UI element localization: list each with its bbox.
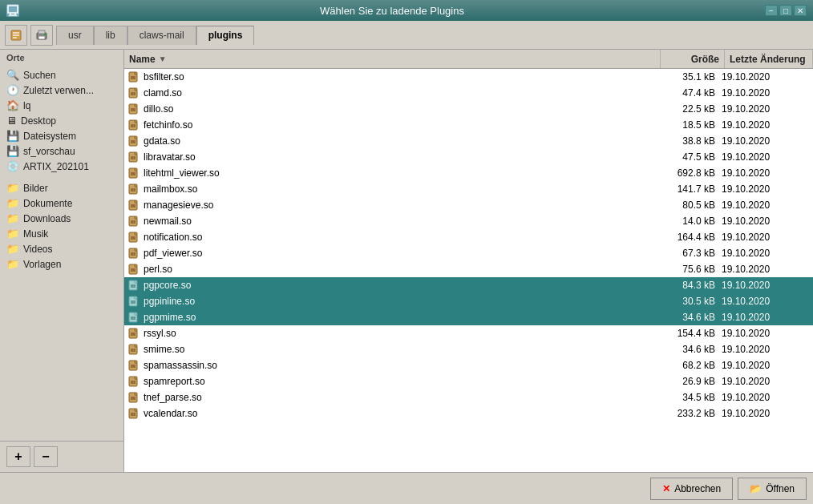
sidebar-item-downloads[interactable]: 📁 Downloads [0, 211, 123, 226]
drive-icon: 💾 [6, 130, 19, 142]
sidebar-bookmarks: 📁 Bilder 📁 Dokumente 📁 Downloads 📁 Musik… [0, 177, 123, 275]
table-row[interactable]: smime.so34.6 kB19.10.2020 [124, 341, 813, 357]
sidebar-item-label-zuletzt: Zuletzt verwen... [23, 85, 94, 96]
sidebar-item-musik[interactable]: 📁 Musik [0, 226, 123, 241]
file-list-header: Name ▼ Größe Letzte Änderung [124, 50, 813, 69]
file-date: 19.10.2020 [722, 248, 810, 259]
sidebar-item-videos[interactable]: 📁 Videos [0, 241, 123, 256]
file-size: 14.0 kB [657, 216, 722, 227]
file-name: gdata.so [144, 135, 657, 147]
file-list[interactable]: bsfilter.so35.1 kB19.10.2020 clamd.so47.… [124, 69, 813, 472]
sidebar-item-vorlagen[interactable]: 📁 Vorlagen [0, 256, 123, 272]
file-size: 80.5 kB [657, 200, 722, 211]
table-row[interactable]: spamreport.so26.9 kB19.10.2020 [124, 373, 813, 389]
sidebar-item-artix[interactable]: 💿 ARTIX_202101 [0, 159, 123, 174]
sidebar-item-label-artix: ARTIX_202101 [23, 161, 89, 172]
file-size: 34.5 kB [657, 392, 722, 403]
tab-claws-mail[interactable]: claws-mail [127, 26, 196, 45]
file-date: 19.10.2020 [722, 103, 810, 115]
table-row[interactable]: rssyl.so154.4 kB19.10.2020 [124, 325, 813, 341]
sidebar-item-dateisystem[interactable]: 💾 Dateisystem [0, 128, 123, 143]
folder-icon-dokumente: 📁 [6, 197, 19, 209]
file-icon [127, 151, 140, 163]
sidebar-item-lq[interactable]: 🏠 lq [0, 98, 123, 113]
table-row[interactable]: pgpcore.so84.3 kB19.10.2020 [124, 277, 813, 293]
file-icon [127, 247, 140, 260]
sidebar-item-label-sf-vorschau: sf_vorschau [23, 146, 75, 157]
table-row[interactable]: libravatar.so47.5 kB19.10.2020 [124, 149, 813, 165]
file-date: 19.10.2020 [722, 344, 810, 355]
sidebar: Orte 🔍 Suchen 🕐 Zuletzt verwen... 🏠 lq 🖥… [0, 50, 124, 472]
sidebar-item-label-vorlagen: Vorlagen [23, 259, 61, 270]
table-row[interactable]: fetchinfo.so18.5 kB19.10.2020 [124, 117, 813, 133]
print-icon-button[interactable] [30, 25, 53, 46]
file-date: 19.10.2020 [722, 216, 810, 227]
edit-icon-button[interactable] [5, 25, 27, 46]
file-name: dillo.so [144, 103, 657, 115]
file-size: 84.3 kB [657, 280, 722, 291]
minimize-button[interactable]: − [765, 5, 778, 16]
table-row[interactable]: dillo.so22.5 kB19.10.2020 [124, 101, 813, 117]
tab-usr[interactable]: usr [56, 26, 94, 45]
add-bookmark-button[interactable]: + [6, 446, 30, 467]
col-header-size[interactable]: Größe [661, 50, 725, 68]
col-size-label: Größe [691, 54, 719, 65]
main-area: Orte 🔍 Suchen 🕐 Zuletzt verwen... 🏠 lq 🖥… [0, 50, 813, 472]
tab-lib[interactable]: lib [94, 26, 127, 45]
col-header-name[interactable]: Name ▼ [124, 50, 661, 68]
file-size: 68.2 kB [657, 360, 722, 371]
open-button[interactable]: 📂 Öffnen [738, 478, 807, 500]
sidebar-item-desktop[interactable]: 🖥 Desktop [0, 113, 123, 128]
sidebar-item-dokumente[interactable]: 📁 Dokumente [0, 196, 123, 211]
sidebar-item-label-bilder: Bilder [23, 183, 48, 194]
table-row[interactable]: tnef_parse.so34.5 kB19.10.2020 [124, 389, 813, 405]
sidebar-section-orte: Orte [0, 50, 123, 64]
window-title: Wählen Sie zu ladende Plugins [19, 5, 765, 17]
table-row[interactable]: perl.so75.6 kB19.10.2020 [124, 261, 813, 277]
file-size: 164.4 kB [657, 232, 722, 243]
titlebar: Wählen Sie zu ladende Plugins − □ ✕ [0, 0, 813, 21]
file-name: clamd.so [144, 87, 657, 99]
sidebar-item-suchen[interactable]: 🔍 Suchen [0, 67, 123, 83]
table-row[interactable]: mailmbox.so141.7 kB19.10.2020 [124, 181, 813, 197]
col-header-date[interactable]: Letzte Änderung [725, 50, 813, 68]
table-row[interactable]: bsfilter.so35.1 kB19.10.2020 [124, 69, 813, 85]
file-date: 19.10.2020 [722, 360, 810, 371]
file-date: 19.10.2020 [722, 312, 810, 323]
table-row[interactable]: newmail.so14.0 kB19.10.2020 [124, 213, 813, 229]
table-row[interactable]: gdata.so38.8 kB19.10.2020 [124, 133, 813, 149]
search-icon: 🔍 [6, 69, 19, 81]
window-controls[interactable]: − □ ✕ [765, 5, 807, 16]
file-date: 19.10.2020 [722, 408, 810, 419]
tab-plugins[interactable]: plugins [196, 26, 255, 45]
table-row[interactable]: litehtml_viewer.so692.8 kB19.10.2020 [124, 165, 813, 181]
table-row[interactable]: pdf_viewer.so67.3 kB19.10.2020 [124, 245, 813, 261]
table-row[interactable]: notification.so164.4 kB19.10.2020 [124, 229, 813, 245]
folder-icon-musik: 📁 [6, 228, 19, 240]
svg-rect-0 [8, 6, 18, 13]
table-row[interactable]: spamassassin.so68.2 kB19.10.2020 [124, 357, 813, 373]
sidebar-item-zuletzt[interactable]: 🕐 Zuletzt verwen... [0, 83, 123, 98]
sidebar-item-label-downloads: Downloads [23, 213, 71, 224]
close-button[interactable]: ✕ [794, 5, 807, 16]
file-size: 38.8 kB [657, 135, 722, 147]
table-row[interactable]: clamd.so47.4 kB19.10.2020 [124, 85, 813, 101]
desktop-icon: 🖥 [6, 115, 17, 127]
file-name: pgpcore.so [144, 280, 657, 291]
file-name: perl.so [144, 264, 657, 275]
sidebar-item-label-desktop: Desktop [21, 115, 56, 127]
table-row[interactable]: managesieve.so80.5 kB19.10.2020 [124, 197, 813, 213]
table-row[interactable]: pgpmime.so34.6 kB19.10.2020 [124, 309, 813, 325]
table-row[interactable]: pgpinline.so30.5 kB19.10.2020 [124, 293, 813, 309]
sidebar-item-label-lq: lq [23, 100, 30, 111]
file-date: 19.10.2020 [722, 200, 810, 211]
sidebar-item-bilder[interactable]: 📁 Bilder [0, 180, 123, 196]
table-row[interactable]: vcalendar.so233.2 kB19.10.2020 [124, 405, 813, 421]
home-icon: 🏠 [6, 99, 19, 111]
file-icon [127, 391, 140, 404]
maximize-button[interactable]: □ [779, 5, 792, 16]
sidebar-item-sf-vorschau[interactable]: 💾 sf_vorschau [0, 143, 123, 159]
drive2-icon: 💾 [6, 145, 19, 157]
cancel-button[interactable]: ✕ Abbrechen [650, 478, 733, 500]
remove-bookmark-button[interactable]: − [34, 446, 58, 467]
